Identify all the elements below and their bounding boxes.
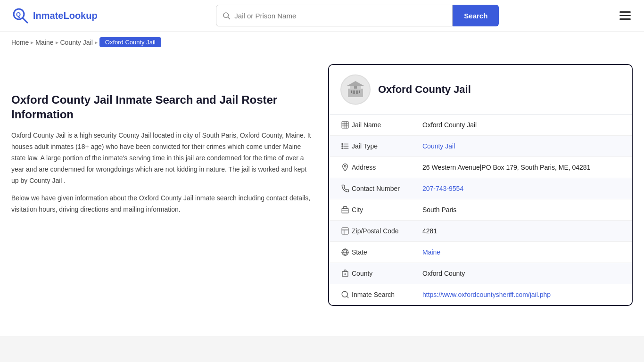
row-label: Address bbox=[352, 164, 422, 171]
search-globe-icon bbox=[339, 290, 352, 299]
breadcrumb-state[interactable]: Maine bbox=[35, 39, 53, 46]
location-icon bbox=[339, 163, 352, 172]
info-row: Jail TypeCounty Jail bbox=[329, 136, 632, 157]
svg-point-21 bbox=[342, 143, 343, 144]
footer-bar bbox=[0, 336, 644, 362]
row-label: Zip/Postal Code bbox=[352, 227, 422, 235]
logo-text: InmateLookup bbox=[33, 10, 98, 21]
row-label: City bbox=[352, 206, 422, 214]
info-row: CountyOxford County bbox=[329, 263, 632, 284]
county-icon bbox=[339, 269, 352, 278]
svg-rect-8 bbox=[353, 90, 355, 94]
breadcrumb-type[interactable]: County Jail bbox=[60, 39, 93, 46]
hamburger-line-2 bbox=[619, 15, 631, 16]
info-row: Contact Number207-743-9554 bbox=[329, 178, 632, 199]
search-wrapper bbox=[216, 5, 453, 26]
svg-rect-13 bbox=[342, 122, 348, 128]
card-header: Oxford County Jail bbox=[329, 65, 632, 115]
jail-thumbnail-icon bbox=[346, 80, 365, 99]
site-header: Q InmateLookup Search bbox=[0, 0, 644, 32]
svg-rect-25 bbox=[342, 209, 348, 213]
info-card: Oxford County Jail Jail NameOxford Count… bbox=[328, 64, 633, 306]
breadcrumb: Home ▸ Maine ▸ County Jail ▸ Oxford Coun… bbox=[0, 32, 644, 53]
page-description-1: Oxford County Jail is a high security Co… bbox=[11, 130, 313, 186]
breadcrumb-current: Oxford County Jail bbox=[99, 37, 161, 47]
row-label: Jail Name bbox=[352, 121, 422, 129]
svg-rect-12 bbox=[354, 86, 357, 89]
right-panel: Oxford County Jail Jail NameOxford Count… bbox=[328, 64, 633, 306]
row-value-link[interactable]: County Jail bbox=[422, 142, 455, 150]
breadcrumb-sep-1: ▸ bbox=[31, 39, 33, 46]
info-row: Zip/Postal Code4281 bbox=[329, 221, 632, 242]
page-description-2: Below we have given information about th… bbox=[11, 193, 313, 215]
breadcrumb-sep-2: ▸ bbox=[56, 39, 58, 46]
row-value[interactable]: Maine bbox=[422, 248, 622, 256]
svg-rect-5 bbox=[348, 89, 363, 97]
svg-rect-9 bbox=[356, 90, 358, 94]
search-icon bbox=[222, 11, 231, 20]
card-title: Oxford County Jail bbox=[378, 83, 471, 96]
main-content: Oxford County Jail Inmate Search and Jai… bbox=[0, 53, 644, 317]
info-row: CitySouth Paris bbox=[329, 199, 632, 221]
search-input[interactable] bbox=[234, 12, 446, 20]
breadcrumb-home[interactable]: Home bbox=[11, 39, 29, 46]
svg-text:Q: Q bbox=[16, 11, 21, 18]
svg-rect-11 bbox=[359, 90, 360, 93]
row-label: State bbox=[352, 248, 422, 256]
svg-rect-10 bbox=[351, 90, 352, 93]
info-row: Inmate Searchhttps://www.oxfordcountyshe… bbox=[329, 284, 632, 305]
city-icon bbox=[339, 206, 352, 214]
breadcrumb-sep-3: ▸ bbox=[95, 39, 98, 46]
row-value[interactable]: 207-743-9554 bbox=[422, 185, 622, 192]
row-label: County bbox=[352, 270, 422, 277]
row-label: Contact Number bbox=[352, 185, 422, 192]
svg-line-1 bbox=[23, 18, 27, 23]
logo[interactable]: Q InmateLookup bbox=[11, 7, 98, 25]
hamburger-line-3 bbox=[619, 18, 631, 20]
row-value: Oxford County Jail bbox=[422, 121, 622, 129]
phone-icon bbox=[339, 184, 352, 193]
svg-point-23 bbox=[342, 148, 343, 148]
card-thumbnail bbox=[340, 74, 371, 105]
page-title: Oxford County Jail Inmate Search and Jai… bbox=[11, 92, 313, 122]
building-icon bbox=[339, 121, 352, 129]
globe-icon bbox=[339, 248, 352, 256]
left-panel: Oxford County Jail Inmate Search and Jai… bbox=[11, 64, 313, 306]
info-rows-container: Jail NameOxford County JailJail TypeCoun… bbox=[329, 115, 632, 305]
svg-point-22 bbox=[342, 146, 343, 147]
row-value: 26 Western Avenue|PO Box 179, South Pari… bbox=[422, 164, 622, 171]
logo-icon: Q bbox=[11, 7, 29, 25]
row-value: South Paris bbox=[422, 206, 622, 214]
zip-icon bbox=[339, 227, 352, 235]
row-value-link[interactable]: https://www.oxfordcountysheriff.com/jail… bbox=[422, 291, 551, 298]
svg-line-4 bbox=[228, 17, 230, 19]
row-value: 4281 bbox=[422, 227, 622, 235]
hamburger-line-1 bbox=[619, 11, 631, 13]
search-button[interactable]: Search bbox=[453, 5, 499, 26]
info-row: Jail NameOxford County Jail bbox=[329, 115, 632, 136]
info-row: StateMaine bbox=[329, 242, 632, 263]
svg-rect-27 bbox=[342, 228, 348, 234]
row-value-link[interactable]: 207-743-9554 bbox=[422, 185, 463, 192]
svg-point-24 bbox=[344, 165, 346, 167]
search-area: Search bbox=[216, 5, 499, 26]
row-value-link[interactable]: Maine bbox=[422, 248, 440, 256]
row-label: Jail Type bbox=[352, 142, 422, 150]
info-row: Address26 Western Avenue|PO Box 179, Sou… bbox=[329, 157, 632, 178]
row-value[interactable]: https://www.oxfordcountysheriff.com/jail… bbox=[422, 291, 622, 298]
row-label: Inmate Search bbox=[352, 291, 422, 298]
row-value: Oxford County bbox=[422, 270, 622, 277]
hamburger-menu-button[interactable] bbox=[618, 9, 633, 22]
row-value[interactable]: County Jail bbox=[422, 142, 622, 150]
list-icon bbox=[339, 142, 352, 150]
svg-marker-7 bbox=[347, 81, 364, 86]
